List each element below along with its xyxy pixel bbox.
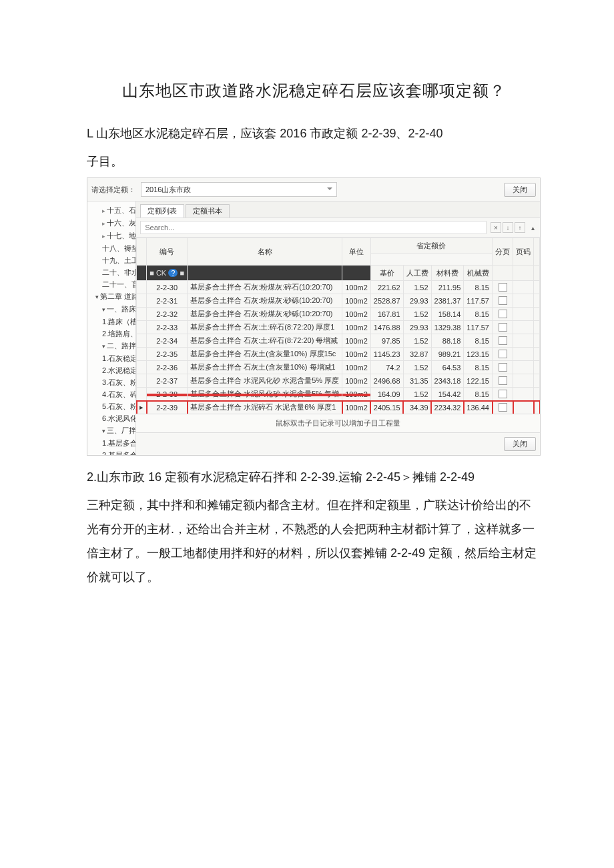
- search-input[interactable]: [140, 221, 487, 234]
- tree-item[interactable]: 三、厂拌多合土基层: [87, 424, 135, 437]
- col-unit[interactable]: 单位: [342, 238, 371, 266]
- quota-app-window: 请选择定额： 2016山东市政 关闭 十五、石灰（砂）桩十六、灰土（砂）挤密十七…: [87, 177, 541, 456]
- col-ym[interactable]: 页码: [513, 238, 534, 266]
- tree-item[interactable]: 2.水泥稳定土基层: [87, 364, 135, 376]
- ck-toolbar[interactable]: ■ CK ? ■: [149, 269, 184, 277]
- para-1a: L 山东地区水泥稳定碎石层，应该套 2016 市政定额 2-2-39、2-2-4…: [87, 121, 541, 145]
- table-row[interactable]: 2-2-34基层多合土拌合 石灰:土:碎石(8:72:20) 每增减100m29…: [137, 334, 540, 348]
- vscroll-up-icon[interactable]: ▴: [529, 223, 536, 232]
- checkbox[interactable]: [499, 310, 507, 318]
- tree-item[interactable]: 1.路床（槽）整形: [87, 316, 135, 328]
- table-row[interactable]: 2-2-38基层多合土拌合 水泥风化砂 水泥含量5% 每增100m2164.09…: [137, 388, 540, 401]
- up-icon[interactable]: ↑: [515, 222, 525, 233]
- quota-select[interactable]: 2016山东市政: [141, 182, 337, 197]
- col-code[interactable]: 编号: [147, 238, 188, 266]
- close-button-bottom[interactable]: 关闭: [504, 437, 536, 451]
- checkbox[interactable]: [499, 283, 507, 292]
- col-base[interactable]: 基价: [370, 266, 403, 281]
- search-row: × ↓ ↑ ▴: [136, 218, 540, 238]
- col-group-price[interactable]: 省定额价: [370, 238, 492, 254]
- tree-item[interactable]: 二十一、盲沟: [87, 278, 135, 290]
- table-row[interactable]: 2-2-33基层多合土拌合 石灰:土:碎石(8:72:20) 厚度1100m21…: [137, 321, 540, 334]
- para-2: 2.山东市政 16 定额有水泥稳定碎石拌和 2-2-39.运输 2-2-45＞摊…: [87, 465, 541, 489]
- down-icon[interactable]: ↓: [503, 222, 513, 233]
- topbar: 请选择定额： 2016山东市政 关闭: [87, 178, 540, 201]
- checkbox[interactable]: [499, 376, 507, 385]
- checkbox[interactable]: [499, 390, 507, 398]
- tab-bar: 定额列表 定额书本: [136, 201, 540, 218]
- tree-item[interactable]: 4.石灰、碎石、土: [87, 388, 135, 400]
- doc-title: 山东地区市政道路水泥稳定碎石层应该套哪项定额？: [87, 80, 541, 101]
- tree-item[interactable]: 2.培路肩、整修边: [87, 328, 135, 340]
- checkbox[interactable]: [499, 403, 507, 412]
- tab-list[interactable]: 定额列表: [140, 204, 184, 218]
- table-row[interactable]: 2-2-30基层多合土拌合 石灰:粉煤灰:碎石(10:20:70)100m222…: [137, 281, 540, 294]
- quota-table: 编号 名称 单位 省定额价 分页 页码: [136, 238, 540, 414]
- tree-item[interactable]: 十五、石灰（砂）桩: [87, 204, 135, 217]
- tree-item[interactable]: 二十、非水沟、截水沟: [87, 266, 135, 278]
- table-row[interactable]: 2-2-37基层多合土拌合 水泥风化砂 水泥含量5% 厚度100m22496.6…: [137, 374, 540, 388]
- col-mat[interactable]: 材料费: [431, 266, 464, 281]
- table-row[interactable]: 2-2-31基层多合土拌合 石灰:粉煤灰:砂砾(10:20:70)100m225…: [137, 294, 540, 308]
- tree-item[interactable]: 1.基层多合土拌合: [87, 437, 135, 449]
- tree-item[interactable]: 2.基层多合土运输: [87, 449, 135, 455]
- tree-panel[interactable]: 十五、石灰（砂）桩十六、灰土（砂）挤密十七、地基注浆十八、褥垫层十九、土工合成材…: [87, 201, 136, 455]
- para-3: 三种定额，其中拌和和摊铺定额内都含主材。但在拌和定额里，广联达计价给出的不光有分…: [87, 493, 541, 589]
- checkbox[interactable]: [499, 323, 507, 332]
- tree-item[interactable]: 6.水泥风化砂基层: [87, 412, 135, 424]
- tree-item[interactable]: 十九、土工合成材: [87, 254, 135, 266]
- tab-book[interactable]: 定额书本: [186, 204, 230, 218]
- checkbox[interactable]: [499, 363, 507, 372]
- table-row[interactable]: ▸2-2-39基层多合土拌合 水泥碎石 水泥含量6% 厚度1100m22405.…: [137, 401, 540, 414]
- help-icon[interactable]: ?: [168, 269, 178, 277]
- tree-item[interactable]: 第二章 道路基层: [87, 290, 135, 303]
- col-fy[interactable]: 分页: [493, 238, 513, 266]
- table-row[interactable]: 2-2-32基层多合土拌合 石灰:粉煤灰:砂砾(10:20:70)100m216…: [137, 308, 540, 321]
- tree-item[interactable]: 十六、灰土（砂）挤密: [87, 217, 135, 230]
- para-1b: 子目。: [87, 149, 541, 173]
- checkbox[interactable]: [499, 350, 507, 358]
- clear-icon[interactable]: ×: [491, 222, 501, 233]
- checkbox[interactable]: [499, 296, 507, 305]
- tree-item[interactable]: 1.石灰稳定土基层: [87, 352, 135, 364]
- col-labor[interactable]: 人工费: [403, 266, 431, 281]
- col-mach[interactable]: 机械费: [464, 266, 493, 281]
- table-row[interactable]: 2-2-35基层多合土拌合 石灰土(含灰量10%) 厚度15c100m21145…: [137, 348, 540, 361]
- col-name[interactable]: 名称: [188, 238, 342, 266]
- search-tools: × ↓ ↑: [491, 222, 525, 233]
- footer-hint: 鼠标双击子目记录可以增加子目工程量: [136, 414, 540, 432]
- close-button-top[interactable]: 关闭: [504, 183, 536, 197]
- tree-item[interactable]: 二、路拌多合土基层: [87, 340, 135, 352]
- tree-item[interactable]: 一、路床（槽）整形: [87, 303, 135, 316]
- tree-item[interactable]: 3.石灰、粉煤灰、: [87, 376, 135, 388]
- table-row[interactable]: 2-2-36基层多合土拌合 石灰土(含灰量10%) 每增减1100m274.21…: [137, 361, 540, 374]
- tree-item[interactable]: 十七、地基注浆: [87, 230, 135, 242]
- tree-item[interactable]: 十八、褥垫层: [87, 242, 135, 254]
- quota-select-value: 2016山东市政: [145, 185, 191, 195]
- tree-item[interactable]: 5.石灰、粉煤灰、: [87, 400, 135, 412]
- checkbox[interactable]: [499, 336, 507, 345]
- select-label: 请选择定额：: [91, 185, 135, 195]
